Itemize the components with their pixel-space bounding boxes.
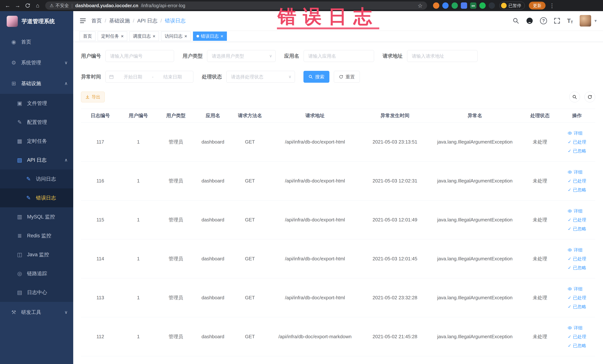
extension-icon-3[interactable]: [452, 2, 458, 9]
cell-exception-time: 2021-05-03 12:02:31: [361, 162, 429, 200]
extension-icon-4[interactable]: [461, 2, 467, 9]
close-icon[interactable]: ×: [184, 34, 187, 39]
caret-down-icon[interactable]: ▾: [594, 18, 597, 23]
user-type-select[interactable]: 请选择用户类型 ∨: [207, 50, 276, 62]
tab-error-log[interactable]: 错误日志 ×: [193, 32, 227, 41]
mark-processed-link[interactable]: ✓已处理: [568, 334, 586, 340]
row-actions: 详细 ✓已处理 ✓已忽略: [568, 130, 586, 154]
extension-icon-on[interactable]: on: [470, 2, 476, 9]
mark-ignored-link[interactable]: ✓已忽略: [568, 343, 586, 349]
mark-processed-link[interactable]: ✓已处理: [568, 256, 586, 262]
sidebar-item-error-log[interactable]: ✎ 错误日志: [0, 188, 73, 207]
select-placeholder: 请选择处理状态: [231, 74, 263, 80]
detail-link-label: 详细: [574, 325, 582, 331]
reset-button[interactable]: 重置: [334, 71, 360, 83]
sidebar-item-scheduled-tasks[interactable]: ▦ 定时任务: [0, 132, 73, 151]
mark-processed-link[interactable]: ✓已处理: [568, 178, 586, 184]
table-row: 116 1 管理员 dashboard GET /api/infra/db-do…: [81, 162, 595, 200]
extension-icon-2[interactable]: [442, 2, 449, 9]
sidebar-item-dev-tools[interactable]: ⚒ 研发工具 ∨: [0, 302, 73, 323]
toggle-search-button[interactable]: [569, 92, 580, 102]
sidebar-item-config-management[interactable]: ✎ 配置管理: [0, 113, 73, 132]
sidebar-item-mysql-monitor[interactable]: ▥ MySQL 监控: [0, 207, 73, 226]
check-icon: ✓: [568, 304, 571, 309]
hamburger-icon[interactable]: [80, 17, 86, 24]
home-icon[interactable]: ⌂: [33, 1, 42, 10]
detail-link[interactable]: 详细: [568, 169, 582, 175]
mark-ignored-link[interactable]: ✓已忽略: [568, 148, 586, 154]
search-button[interactable]: 搜索: [303, 71, 329, 83]
tab-access-log[interactable]: 访问日志 ×: [161, 32, 191, 41]
export-button[interactable]: 导出: [81, 92, 105, 102]
app-logo[interactable]: 芋道管理系统: [0, 11, 73, 32]
mark-ignored-link[interactable]: ✓已忽略: [568, 304, 586, 310]
check-icon: ✓: [568, 178, 571, 184]
annotation-error-log: 错误日志: [277, 7, 379, 29]
breadcrumb-item-home[interactable]: 首页: [91, 17, 102, 24]
forward-icon[interactable]: →: [13, 1, 22, 10]
detail-link[interactable]: 详细: [568, 247, 582, 253]
user-id-input[interactable]: [105, 50, 174, 62]
detail-link[interactable]: 详细: [568, 208, 582, 214]
sidebar-item-file-management[interactable]: ▣ 文件管理: [0, 94, 73, 113]
github-icon[interactable]: [526, 17, 533, 24]
bookmark-star-icon[interactable]: ☆: [418, 2, 423, 9]
extension-icon-1[interactable]: [433, 2, 439, 9]
security-warning[interactable]: ⚠ 不安全: [50, 3, 69, 9]
filter-user-id: 用户编号: [81, 50, 174, 62]
date-range-picker[interactable]: 开始日期 - 结束日期: [105, 71, 193, 83]
avatar[interactable]: [580, 15, 591, 26]
close-icon[interactable]: ×: [121, 34, 124, 39]
check-icon: ✓: [568, 217, 571, 223]
mark-processed-label: 已处理: [573, 256, 586, 262]
mark-ignored-link[interactable]: ✓已忽略: [568, 187, 586, 193]
mark-processed-label: 已处理: [573, 178, 586, 184]
tab-scheduler-log[interactable]: 调度日志 ×: [129, 32, 159, 41]
detail-link-label: 详细: [574, 169, 582, 175]
detail-link[interactable]: 详细: [568, 325, 582, 331]
breadcrumb-item-api-logs[interactable]: API 日志: [137, 17, 158, 24]
request-url-input[interactable]: [407, 50, 477, 62]
detail-link[interactable]: 详细: [568, 286, 582, 292]
back-icon[interactable]: ←: [3, 1, 12, 10]
mark-processed-link[interactable]: ✓已处理: [568, 139, 586, 145]
detail-link[interactable]: 详细: [568, 130, 582, 136]
cell-app-name: dashboard: [195, 278, 231, 317]
mark-ignored-link[interactable]: ✓已忽略: [568, 226, 586, 232]
refresh-button[interactable]: [584, 92, 595, 102]
reload-icon[interactable]: [23, 1, 32, 10]
sidebar-item-java-monitor[interactable]: ◫ Java 监控: [0, 245, 73, 264]
update-button[interactable]: 更新: [529, 2, 545, 10]
fullscreen-icon[interactable]: [554, 17, 560, 24]
sidebar-item-access-log[interactable]: ✎ 访问日志: [0, 169, 73, 188]
sidebar-item-log-center[interactable]: ▤ 日志中心: [0, 283, 73, 302]
app-name-input[interactable]: [304, 50, 374, 62]
sidebar-item-label: 定时任务: [27, 138, 47, 144]
sidebar-item-system[interactable]: ⚙ 系统管理 ∨: [0, 52, 73, 73]
help-icon[interactable]: ?: [540, 17, 547, 24]
extension-icon-6[interactable]: [489, 2, 495, 9]
close-icon[interactable]: ×: [220, 34, 223, 39]
check-icon: ✓: [568, 343, 571, 348]
sidebar-item-trace[interactable]: ◎ 链路追踪: [0, 264, 73, 283]
sidebar-item-api-logs[interactable]: ▧ API 日志 ∧: [0, 151, 73, 169]
mark-processed-link[interactable]: ✓已处理: [568, 295, 586, 301]
sidebar-item-infrastructure[interactable]: ⊞ 基础设施 ∧: [0, 73, 73, 94]
mark-processed-link[interactable]: ✓已处理: [568, 217, 586, 223]
breadcrumb-item-infrastructure[interactable]: 基础设施: [109, 17, 130, 24]
sidebar-item-home[interactable]: ◉ 首页: [0, 32, 73, 52]
paused-badge[interactable]: 已暂停: [499, 2, 525, 10]
chrome-menu-icon[interactable]: ⋮: [549, 2, 555, 9]
sidebar-item-redis-monitor[interactable]: ≣ Redis 监控: [0, 226, 73, 245]
tab-home[interactable]: 首页: [80, 32, 95, 41]
process-status-select[interactable]: 请选择处理状态 ∨: [226, 71, 295, 83]
font-size-icon[interactable]: TT: [567, 17, 573, 24]
start-date-placeholder[interactable]: 开始日期: [116, 74, 150, 80]
extension-icon-5[interactable]: [479, 2, 486, 9]
search-icon[interactable]: [512, 17, 519, 24]
end-date-placeholder[interactable]: 结束日期: [155, 74, 190, 80]
tab-scheduled-tasks[interactable]: 定时任务 ×: [98, 32, 127, 41]
mark-ignored-link[interactable]: ✓已忽略: [568, 265, 586, 271]
cell-actions: 详细 ✓已处理 ✓已忽略: [559, 239, 595, 278]
close-icon[interactable]: ×: [152, 34, 155, 39]
